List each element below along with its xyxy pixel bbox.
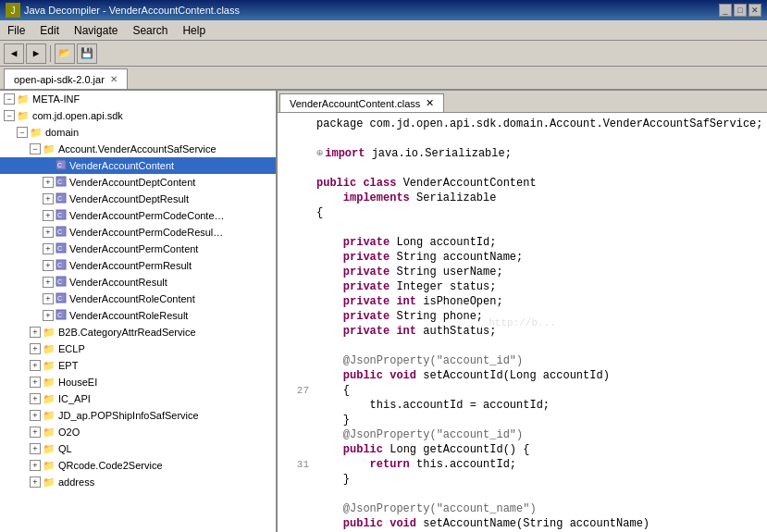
tree-item[interactable]: +📁EPT [0, 357, 276, 374]
line-content: public void setAccountName(String accoun… [316, 516, 763, 531]
line-number [281, 265, 309, 279]
tree-item[interactable]: −📁com.jd.open.api.sdk [0, 107, 276, 124]
file-tab-jar[interactable]: open-api-sdk-2.0.jar ✕ [4, 68, 128, 89]
tree-item[interactable]: +📁address [0, 474, 276, 490]
code-content[interactable]: http://b... package com.jd.open.api.sdk.… [278, 113, 767, 532]
tree-item-label: ECLP [58, 343, 85, 354]
maximize-button[interactable]: □ [734, 4, 747, 17]
tree-expand-icon[interactable]: + [43, 193, 54, 204]
tree-item[interactable]: +CVenderAccountDeptContent [0, 174, 276, 191]
tree-item[interactable]: +📁IC_API [0, 390, 276, 407]
tree-item-label: VenderAccountDeptContent [69, 177, 195, 188]
tree-item[interactable]: +📁QRcode.Code2Service [0, 457, 276, 474]
line-number [281, 117, 309, 131]
menu-edit[interactable]: Edit [32, 20, 67, 40]
file-tab-close[interactable]: ✕ [110, 74, 118, 84]
tree-expand-icon[interactable]: + [43, 227, 54, 238]
svg-text:C: C [57, 179, 62, 185]
tree-item[interactable]: −📁domain [0, 124, 276, 141]
tree-expand-icon[interactable]: + [30, 393, 41, 404]
tree-item[interactable]: +CVenderAccountPermCodeConte… [0, 207, 276, 224]
code-line: this.accountId = accountId; [278, 398, 767, 413]
forward-button[interactable]: ▶ [26, 43, 46, 64]
tree-expand-icon[interactable]: + [30, 476, 41, 488]
code-line: } [278, 413, 767, 427]
line-number [281, 131, 309, 146]
tree-item-label: VenderAccountPermResult [69, 260, 192, 271]
tree-item-icon: C [56, 309, 67, 322]
line-number [281, 294, 309, 309]
code-line [278, 161, 767, 176]
line-number [281, 472, 309, 487]
tree-item[interactable]: +CVenderAccountPermContent [0, 241, 276, 257]
svg-text:C: C [57, 195, 62, 202]
tree-item-label: JD_ap.POPShipInfoSafService [58, 410, 199, 421]
menu-help[interactable]: Help [175, 20, 213, 40]
tree-item-icon: 📁 [43, 343, 56, 355]
tree-expand-icon[interactable] [43, 160, 54, 171]
tree-expand-icon[interactable]: + [30, 343, 41, 354]
window-controls[interactable]: _ □ ✕ [719, 4, 761, 17]
tree-item[interactable]: +📁HouseEI [0, 374, 276, 390]
tree-item[interactable]: +📁QL [0, 440, 276, 457]
tree-panel[interactable]: −📁META-INF−📁com.jd.open.api.sdk−📁domain−… [0, 91, 278, 532]
tree-expand-icon[interactable]: − [17, 127, 28, 138]
close-button[interactable]: ✕ [748, 4, 761, 17]
tree-expand-icon[interactable]: + [43, 293, 54, 304]
tree-item-icon: 📁 [43, 476, 56, 489]
tree-expand-icon[interactable]: + [43, 243, 54, 254]
tree-expand-icon[interactable]: − [4, 93, 15, 105]
tree-item-icon: C [56, 176, 67, 189]
tree-item[interactable]: −📁META-INF [0, 91, 276, 107]
tree-item[interactable]: +📁JD_ap.POPShipInfoSafService [0, 407, 276, 424]
tree-item[interactable]: +📁B2B.CategoryAttrReadService [0, 324, 276, 340]
menu-navigate[interactable]: Navigate [67, 20, 125, 40]
back-button[interactable]: ◀ [4, 43, 24, 64]
code-line: private int authStatus; [278, 324, 767, 339]
tree-item-label: address [58, 476, 94, 488]
tree-expand-icon[interactable]: + [30, 360, 41, 371]
tree-item[interactable]: +CVenderAccountResult [0, 274, 276, 291]
tree-item[interactable]: +CVenderAccountDeptResult [0, 191, 276, 207]
main-content: −📁META-INF−📁com.jd.open.api.sdk−📁domain−… [0, 91, 767, 532]
tree-item-label: O2O [58, 427, 80, 438]
save-button[interactable]: 💾 [77, 43, 97, 64]
minimize-button[interactable]: _ [719, 4, 732, 17]
tree-item[interactable]: +📁ECLP [0, 340, 276, 357]
tree-item[interactable]: +CVenderAccountRoleContent [0, 291, 276, 307]
tree-expand-icon[interactable]: + [30, 327, 41, 338]
line-content [316, 487, 763, 501]
tree-item[interactable]: +📁O2O [0, 424, 276, 440]
code-line: implements Serializable [278, 191, 767, 205]
tree-expand-icon[interactable]: + [30, 410, 41, 421]
tree-expand-icon[interactable]: + [30, 427, 41, 438]
tree-item[interactable]: −📁Account.VenderAccountSafService [0, 141, 276, 157]
menu-file[interactable]: File [0, 20, 32, 40]
tree-expand-icon[interactable]: − [4, 110, 15, 121]
code-tab-close[interactable]: ✕ [426, 97, 434, 109]
title-text: Java Decompiler - VenderAccountContent.c… [24, 5, 719, 16]
tree-expand-icon[interactable]: + [30, 443, 41, 454]
tree-item-icon: 📁 [43, 143, 56, 155]
menu-search[interactable]: Search [125, 20, 175, 40]
tree-expand-icon[interactable]: + [43, 277, 54, 288]
tree-expand-icon[interactable]: + [43, 210, 54, 221]
tree-item[interactable]: +CVenderAccountRoleResult [0, 307, 276, 324]
tree-item-label: VenderAccountContent [69, 160, 174, 171]
open-file-button[interactable]: 📂 [55, 43, 75, 64]
tree-expand-icon[interactable]: + [30, 460, 41, 471]
tree-expand-icon[interactable]: + [30, 377, 41, 388]
code-line: 27 { [278, 383, 767, 398]
code-line: private int isPhoneOpen; [278, 294, 767, 309]
tree-item-icon: 📁 [43, 327, 56, 339]
tree-expand-icon[interactable]: − [30, 143, 41, 155]
tree-expand-icon[interactable]: + [43, 310, 54, 321]
tree-item[interactable]: +CVenderAccountPermCodeResul… [0, 224, 276, 241]
line-number [281, 220, 309, 235]
tree-item[interactable]: CVenderAccountContent [0, 157, 276, 174]
tree-item[interactable]: +CVenderAccountPermResult [0, 257, 276, 274]
code-line: @JsonProperty("account_name") [278, 501, 767, 516]
code-tab-main[interactable]: VenderAccountContent.class ✕ [279, 93, 444, 112]
tree-expand-icon[interactable]: + [43, 177, 54, 188]
tree-expand-icon[interactable]: + [43, 260, 54, 271]
